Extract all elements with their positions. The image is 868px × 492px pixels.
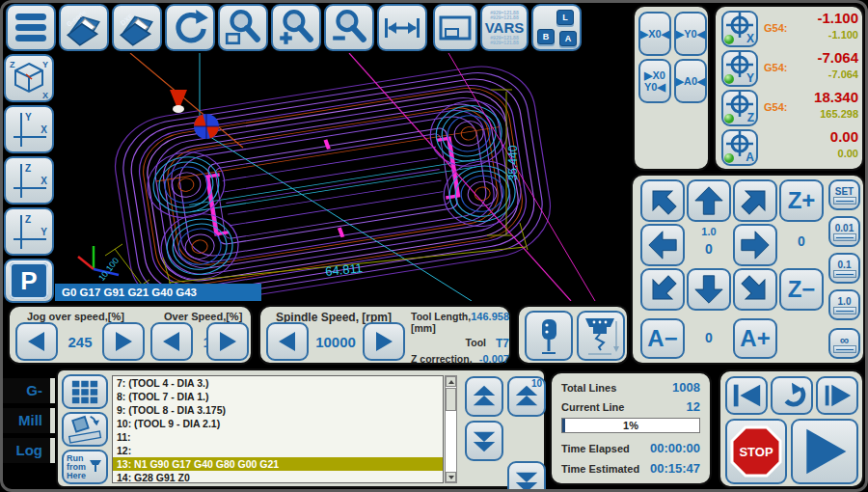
spindle-speed-up-button[interactable] [363, 322, 405, 361]
goto-z-button[interactable]: Z [721, 90, 758, 126]
tool-info: Tool Length, [mm]146.958 ToolT7 Z correc… [411, 311, 509, 376]
top-toolbar: G-code DXF [6, 4, 582, 51]
view-xz-button[interactable]: Z X [4, 156, 54, 205]
fit-width-button[interactable] [377, 4, 427, 51]
work-coordinate: -7.064 [817, 49, 858, 66]
run-from-here-button[interactable]: Run from Here [62, 450, 108, 484]
spindle-speed-down-button[interactable] [266, 322, 309, 361]
machine-coordinate: 165.298 [820, 108, 858, 120]
jog-z-position: 0 [779, 233, 824, 249]
toolpath-canvas: 64.811 35.440 10.100 G0 G17 G91 G21 G40 … [55, 53, 629, 301]
step-continuous-button[interactable]: ∞ [828, 328, 860, 359]
jog-up-right-button[interactable] [733, 179, 777, 222]
gcode-line[interactable]: 9: (TOOL 8 - DIA 3.175) [113, 403, 443, 417]
play-icon [798, 423, 852, 480]
goto-x-button[interactable]: X [721, 11, 758, 47]
gcode-line[interactable]: 7: (TOOL 4 - DIA 3.) [113, 376, 443, 390]
step-01-button[interactable]: 0.1 [828, 253, 860, 284]
zero-y-button[interactable]: ▶Y0◀ [674, 12, 707, 56]
dim-height-label: 35.440 [506, 145, 520, 180]
jog-speed-up-button[interactable] [102, 322, 145, 361]
vars-button[interactable]: #929=121.88 #929=121.88 VARS #929=121.88… [480, 4, 529, 51]
scroll-page-up-button[interactable] [465, 376, 503, 417]
stop-sign-icon: STOP [729, 424, 783, 478]
open-dxf-button[interactable]: DXF [112, 4, 162, 51]
tab-mill[interactable]: Mill [0, 408, 55, 433]
jog-left-button[interactable] [640, 224, 685, 266]
view-yz-button[interactable]: Z Y [4, 207, 54, 256]
goto-y-button[interactable]: Y [721, 50, 758, 87]
arrow-up-icon [692, 184, 725, 217]
park-button[interactable]: P [4, 259, 54, 303]
feed-override-panel: Jog over speed,[%] 245 Over Speed,[%] 10… [8, 305, 253, 365]
dim-width-label: 64.811 [324, 260, 363, 279]
scrollbar-thumb[interactable] [446, 388, 456, 411]
view-iso-button[interactable]: Z Y X [4, 54, 54, 102]
zero-x-button[interactable]: ▶X0◀ [638, 12, 671, 56]
view-xy-button[interactable]: Y X [4, 105, 54, 153]
goto-a-button[interactable]: A [721, 129, 758, 166]
jog-down-button[interactable] [687, 268, 731, 311]
jog-down-right-button[interactable] [733, 268, 777, 311]
gcode-line[interactable]: 11: [113, 430, 443, 444]
step-play-button[interactable] [816, 376, 858, 415]
progress-bar: 1% [561, 418, 700, 433]
machine-coordinate: 0.00 [838, 148, 858, 159]
rewind-to-start-button[interactable] [725, 376, 768, 415]
menu-button[interactable] [6, 4, 56, 51]
keyboard-shortcuts-button[interactable]: L B A [531, 4, 582, 51]
rotate-workpiece-button[interactable] [62, 412, 108, 447]
rapid-move-line [448, 53, 595, 301]
gcode-listing[interactable]: 7: (TOOL 4 - DIA 3.) 8: (TOOL 7 - DIA 1.… [112, 375, 444, 483]
scroll-up-button[interactable] [446, 376, 456, 387]
scroll-down-10-button[interactable]: 10 [507, 461, 546, 492]
step-001-button[interactable]: 0.01 [828, 216, 860, 247]
tab-log[interactable]: Log [0, 438, 55, 463]
jog-right-button[interactable] [733, 224, 777, 266]
jog-a-plus-button[interactable]: A+ [733, 318, 777, 359]
toolpath-viewport[interactable]: 64.811 35.440 10.100 G0 G17 G91 G21 G40 … [55, 53, 629, 301]
spindle-speed-value: 10000 [311, 334, 361, 350]
spindle-panel: Spindle Speed, [rpm] 10000 Tool Length, … [258, 305, 511, 365]
zoom-in-button[interactable] [271, 4, 321, 51]
gcode-line-current[interactable]: 13: N1 G90 G17 G40 G80 G00 G21 [113, 457, 443, 471]
gcode-scrollbar[interactable] [445, 375, 457, 483]
return-button[interactable] [771, 376, 813, 415]
scroll-page-down-button[interactable] [465, 421, 503, 461]
gcode-line[interactable]: 12: [113, 444, 443, 457]
start-button[interactable] [791, 419, 858, 484]
right-triangle-icon [111, 329, 136, 354]
gcode-line[interactable]: 10: (TOOL 9 - DIA 2.1) [113, 417, 443, 430]
keyboard-icon: L B A [534, 8, 579, 48]
fit-screen-button[interactable] [433, 4, 477, 51]
jog-z-minus-button[interactable]: Z− [779, 268, 824, 311]
gcode-line[interactable]: 14: G28 G91 Z0 [113, 471, 443, 483]
zoom-out-button[interactable] [324, 4, 374, 51]
jog-up-left-button[interactable] [640, 179, 685, 222]
step-10-button[interactable]: 1.0 [828, 289, 860, 320]
scroll-up-10-button[interactable]: 10 [507, 376, 546, 417]
scroll-down-button[interactable] [446, 472, 456, 482]
refresh-view-button[interactable] [165, 4, 215, 51]
step-set-button[interactable]: SET [828, 179, 860, 210]
zero-xy-button[interactable]: ▶X0Y0◀ [638, 59, 671, 103]
jog-speed-down-button[interactable] [15, 322, 58, 361]
zoom-window-button[interactable] [218, 4, 268, 51]
jog-up-button[interactable] [687, 179, 731, 222]
gcode-line[interactable]: 8: (TOOL 7 - DIA 1.) [113, 390, 443, 403]
virtual-keyboard-button[interactable] [62, 374, 108, 409]
tool-measure-button[interactable] [577, 311, 625, 361]
progress-percent: 1% [562, 419, 699, 432]
over-speed-up-button[interactable] [206, 322, 249, 361]
probe-button[interactable] [525, 311, 573, 361]
grid-icon [68, 377, 101, 406]
over-speed-down-button[interactable] [150, 322, 193, 361]
open-gcode-button[interactable]: G-code [59, 4, 109, 51]
tab-gcode[interactable]: G-code [0, 378, 55, 403]
time-estimated-value: 00:15:47 [650, 461, 700, 476]
jog-a-minus-button[interactable]: A− [640, 318, 685, 359]
zero-a-button[interactable]: ▶A0◀ [674, 59, 707, 103]
stop-button[interactable]: STOP [725, 419, 787, 484]
jog-down-left-button[interactable] [640, 268, 685, 311]
jog-z-plus-button[interactable]: Z+ [779, 179, 824, 222]
